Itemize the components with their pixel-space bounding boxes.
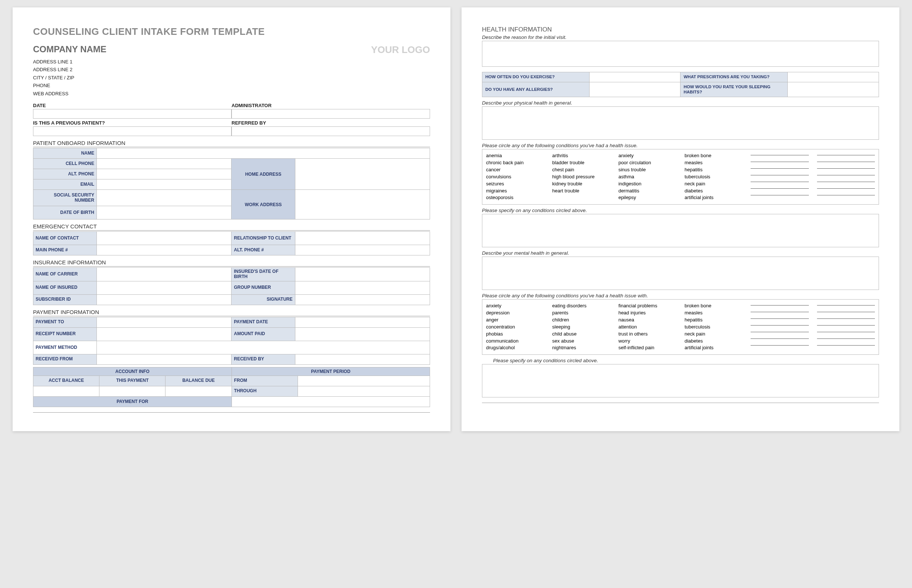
- phys-col-1: anemiachronic back paincancerconvulsions…: [486, 152, 544, 201]
- referred-by-input[interactable]: [232, 126, 430, 136]
- dob-input[interactable]: [97, 206, 232, 220]
- blank-line[interactable]: [817, 345, 875, 346]
- condition-item: dermatitis: [619, 187, 676, 195]
- exercise-input[interactable]: [589, 72, 680, 82]
- home-address-input[interactable]: [295, 159, 430, 190]
- balance-due-label: BALANCE DUE: [165, 376, 232, 386]
- specify-phys-input[interactable]: [482, 214, 879, 247]
- payment-for-input[interactable]: [232, 396, 430, 407]
- physical-health-input[interactable]: [482, 107, 879, 140]
- alt-phone-input[interactable]: [295, 245, 430, 255]
- payment-method-input[interactable]: [97, 341, 430, 354]
- receipt-number-input[interactable]: [97, 327, 232, 341]
- blank-line[interactable]: [751, 332, 808, 332]
- blank-line[interactable]: [817, 168, 875, 169]
- date-input[interactable]: [33, 109, 232, 119]
- received-from-input[interactable]: [97, 354, 232, 364]
- blank-line[interactable]: [817, 182, 875, 182]
- specify-mental-input[interactable]: [482, 364, 879, 397]
- blank-line[interactable]: [751, 312, 808, 312]
- administrator-input[interactable]: [232, 109, 430, 119]
- allergies-input[interactable]: [589, 82, 680, 97]
- condition-item: financial problems: [619, 302, 676, 310]
- insured-label: NAME OF INSURED: [33, 281, 97, 294]
- email-input[interactable]: [97, 179, 232, 190]
- blank-line[interactable]: [751, 188, 808, 189]
- mental-blank-col-1: [751, 302, 808, 352]
- circle-phys-instruction: Please circle any of the following condi…: [482, 143, 879, 148]
- this-payment-input[interactable]: [99, 386, 165, 396]
- subscriber-id-input[interactable]: [97, 294, 232, 305]
- blank-line[interactable]: [817, 318, 875, 319]
- condition-item: eating disorders: [552, 302, 610, 310]
- blank-line[interactable]: [751, 318, 808, 319]
- condition-item: worry: [619, 338, 676, 345]
- prescriptions-input[interactable]: [788, 72, 879, 82]
- received-by-input[interactable]: [295, 354, 430, 364]
- received-from-label: RECEIVED FROM: [33, 354, 97, 364]
- condition-item: artificial joints: [685, 194, 742, 201]
- cellphone-input[interactable]: [97, 159, 232, 169]
- prev-patient-input[interactable]: [33, 126, 232, 136]
- condition-item: concentration: [486, 324, 544, 331]
- prev-patient-label: IS THIS A PREVIOUS PATIENT?: [33, 119, 232, 126]
- relationship-input[interactable]: [295, 232, 430, 245]
- payment-date-input[interactable]: [295, 317, 430, 327]
- work-address-input[interactable]: [295, 190, 430, 220]
- payment-section-title: PAYMENT INFORMATION: [33, 309, 430, 316]
- payment-table: PAYMENT TO PAYMENT DATE RECEIPT NUMBER A…: [33, 317, 430, 365]
- mental-health-input[interactable]: [482, 257, 879, 290]
- name-label: NAME: [33, 148, 97, 159]
- blank-line[interactable]: [817, 312, 875, 312]
- patient-table: NAME CELL PHONE HOME ADDRESS ALT. PHONE …: [33, 148, 430, 220]
- blank-line[interactable]: [817, 195, 875, 195]
- reason-instruction: Describe the reason for the initial visi…: [482, 34, 879, 40]
- blank-line[interactable]: [817, 325, 875, 326]
- through-input[interactable]: [298, 386, 430, 396]
- blank-line[interactable]: [751, 162, 808, 162]
- blank-line[interactable]: [751, 168, 808, 169]
- ssn-input[interactable]: [97, 190, 232, 206]
- blank-line[interactable]: [751, 155, 808, 155]
- signature-input[interactable]: [295, 294, 430, 305]
- blank-line[interactable]: [751, 325, 808, 326]
- ssn-label: SOCIAL SECURITY NUMBER: [33, 190, 97, 206]
- balance-due-input[interactable]: [165, 386, 232, 396]
- health-questions-table: HOW OFTEN DO YOU EXERCISE? WHAT PRESCIRT…: [482, 72, 879, 97]
- referred-by-label: REFERRED BY: [232, 119, 430, 126]
- through-label: THROUGH: [232, 386, 298, 396]
- condition-item: migraines: [486, 187, 544, 195]
- emergency-table: NAME OF CONTACT RELATIONSHIP TO CLIENT M…: [33, 231, 430, 255]
- payment-to-input[interactable]: [97, 317, 232, 327]
- blank-line[interactable]: [817, 305, 875, 305]
- main-phone-input[interactable]: [97, 245, 232, 255]
- blank-line[interactable]: [751, 195, 808, 195]
- reason-input[interactable]: [482, 41, 879, 67]
- name-input[interactable]: [97, 148, 430, 159]
- blank-line[interactable]: [817, 162, 875, 162]
- blank-line[interactable]: [751, 345, 808, 346]
- altphone-input[interactable]: [97, 169, 232, 179]
- carrier-input[interactable]: [97, 268, 232, 281]
- email-label: EMAIL: [33, 179, 97, 190]
- condition-item: measles: [685, 310, 742, 317]
- insured-input[interactable]: [97, 281, 232, 294]
- blank-line[interactable]: [817, 332, 875, 332]
- payment-date-label: PAYMENT DATE: [232, 317, 295, 327]
- contact-name-input[interactable]: [97, 232, 232, 245]
- blank-line[interactable]: [751, 175, 808, 175]
- acct-balance-input[interactable]: [33, 386, 99, 396]
- blank-line[interactable]: [751, 182, 808, 182]
- blank-line[interactable]: [817, 155, 875, 155]
- blank-line[interactable]: [817, 188, 875, 189]
- blank-line[interactable]: [751, 305, 808, 305]
- blank-line[interactable]: [817, 175, 875, 175]
- amount-paid-input[interactable]: [295, 327, 430, 341]
- payment-period-header: PAYMENT PERIOD: [232, 367, 430, 376]
- work-address-label: WORK ADDRESS: [232, 190, 295, 220]
- sleeping-input[interactable]: [788, 82, 879, 97]
- from-input[interactable]: [298, 376, 430, 386]
- condition-item: measles: [685, 160, 742, 166]
- insured-dob-input[interactable]: [295, 268, 430, 281]
- group-number-input[interactable]: [295, 281, 430, 294]
